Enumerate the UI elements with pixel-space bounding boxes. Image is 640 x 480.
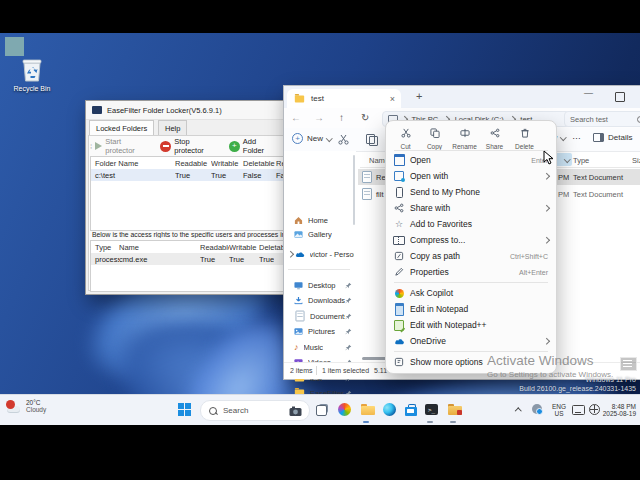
camera-icon[interactable] [289,406,302,416]
sidebar-item-onedrive[interactable]: victor - Persona [286,247,354,261]
zip-folder-icon [390,236,408,245]
terminal-icon: >_ [425,404,438,415]
menu-item-edit-notepadpp[interactable]: Edit with Notepad++ [390,317,552,333]
task-view-button[interactable] [313,401,330,418]
menu-item-properties[interactable]: Properties Alt+Enter [390,264,552,280]
menu-item-onedrive[interactable]: OneDrive [390,333,552,349]
weather-icon [6,400,22,413]
tray-security-icon[interactable] [532,404,542,414]
details-button[interactable]: Details [593,133,632,142]
explorer-tabbar: test × + — [284,86,640,108]
copy-path-icon [390,251,408,261]
recycle-bin-icon[interactable]: Recycle Bin [4,57,60,101]
language-indicator[interactable]: ENG US [552,403,566,418]
easefilter-app-icon [92,106,102,114]
store-icon [405,404,417,416]
quick-copy-button[interactable]: Copy [420,124,449,150]
submenu-chevron-icon [543,338,549,344]
sidebar-item-downloads[interactable]: Downloads [286,293,354,307]
explorer-tab-test[interactable]: test × [287,89,401,108]
status-selected: 1 item selected [322,367,369,374]
screen: Recycle Bin EaseFilter Folder Locker(V5.… [0,0,640,480]
copilot-icon [338,403,351,416]
clock[interactable]: 8:48 PM 2025-08-19 [603,403,636,418]
quick-rename-button[interactable]: Rename [450,124,479,150]
pin-icon [345,344,352,351]
refresh-icon[interactable]: ↻ [361,112,369,123]
copilot-button[interactable] [336,401,353,418]
task-view-icon [316,404,328,416]
menu-item-copy-path[interactable]: Copy as path Ctrl+Shift+C [390,248,552,264]
submenu-chevron-icon [543,173,549,179]
start-button[interactable] [176,401,193,418]
stop-protector-button[interactable]: Stop protector [160,137,221,155]
start-protector-button[interactable]: Start protector [95,137,152,155]
menu-item-send-phone[interactable]: Send to My Phone [390,184,552,200]
more-options-icon[interactable]: … [572,131,582,141]
recorder-overlay-square [5,37,24,56]
chevron-down-icon [560,134,566,140]
details-pane-icon [593,133,604,142]
tab-locked-folders[interactable]: Locked Folders [89,120,154,136]
new-tab-button[interactable]: + [416,90,422,102]
quick-cut-button[interactable]: Cut [391,124,420,150]
back-icon[interactable]: ← [291,112,301,123]
expand-chevron-icon[interactable] [287,251,293,257]
network-icon[interactable] [589,404,600,415]
easefilter-title: EaseFilter Folder Locker(V5.6.9.1) [107,106,222,115]
submenu-chevron-icon [543,205,549,211]
cut-icon[interactable] [338,134,349,145]
add-icon: + [229,141,240,152]
sidebar-item-home[interactable]: Home [286,213,354,227]
mouse-cursor [543,150,555,166]
weather-widget[interactable]: 20°C Cloudy [6,399,46,414]
menu-item-open[interactable]: Open Enter [390,152,552,168]
search-box[interactable]: Search test [564,111,640,127]
desktop-icon [294,281,303,290]
tray-expand-icon[interactable] [515,408,521,414]
search-input[interactable]: Search test [570,115,608,124]
edge-button[interactable] [381,401,398,418]
menu-item-share-with[interactable]: Share with [390,200,552,216]
text-file-icon [362,188,372,200]
menu-item-compress[interactable]: Compress to... [390,232,552,248]
up-icon[interactable]: ↑ [339,112,344,123]
menu-item-edit-notepad[interactable]: Edit in Notepad [390,301,552,317]
recycle-bin-glyph [21,57,43,83]
taskbar: 20°C Cloudy Search >_ [0,394,640,425]
menu-item-open-with[interactable]: Open with [390,168,552,184]
star-icon: ☆ [390,219,408,229]
menu-item-add-favorites[interactable]: ☆ Add to Favorites [390,216,552,232]
quick-delete-button[interactable]: Delete [510,124,539,150]
easefilter-app-button[interactable] [446,401,463,418]
easefilter-app-icon [448,404,462,415]
documents-icon [296,311,305,322]
terminal-button[interactable]: >_ [423,401,440,418]
sidebar-item-desktop[interactable]: Desktop [286,278,354,292]
touch-keyboard-icon[interactable] [572,405,585,415]
notepad-icon [390,303,408,316]
forward-icon[interactable]: → [314,112,324,123]
sidebar-item-documents[interactable]: Documents [286,309,354,323]
weather-condition: Cloudy [26,406,46,413]
cut-icon [401,128,411,138]
file-explorer-button[interactable] [359,401,376,418]
tab-help[interactable]: Help [158,120,187,136]
sidebar-item-music[interactable]: ♪ Music [286,340,354,354]
taskbar-search[interactable]: Search [200,400,310,421]
tab-close-icon[interactable]: × [390,94,395,104]
quick-share-button[interactable]: Share [480,124,509,150]
store-button[interactable] [402,401,419,418]
menu-item-ask-copilot[interactable]: Ask Copilot [390,285,552,301]
notepadpp-icon [390,320,408,331]
add-folder-button[interactable]: + Add Folder [229,137,279,155]
share-icon [490,128,500,138]
maximize-button[interactable] [615,92,625,102]
sidebar-scrollbar[interactable] [353,155,355,225]
sidebar-item-gallery[interactable]: Gallery [286,227,354,241]
desktop: Recycle Bin EaseFilter Folder Locker(V5.… [0,33,640,424]
overlay-menu-button[interactable] [620,357,637,371]
minimize-button[interactable]: — [584,88,593,98]
new-button[interactable]: + New [292,133,332,144]
sidebar-item-pictures[interactable]: Pictures [286,324,354,338]
